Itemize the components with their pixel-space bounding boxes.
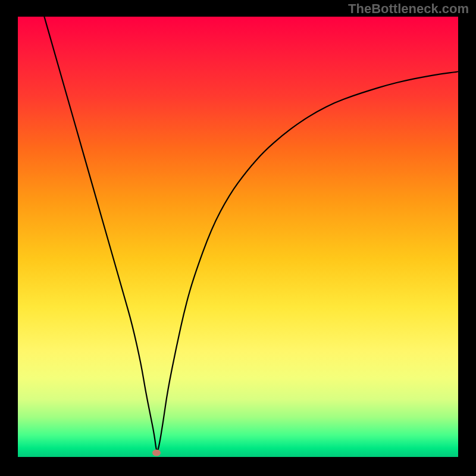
bottleneck-curve (18, 17, 458, 457)
plot-area (18, 17, 458, 457)
optimal-marker (152, 449, 161, 456)
watermark-text: TheBottleneck.com (348, 1, 469, 17)
chart-frame: TheBottleneck.com (0, 0, 476, 476)
